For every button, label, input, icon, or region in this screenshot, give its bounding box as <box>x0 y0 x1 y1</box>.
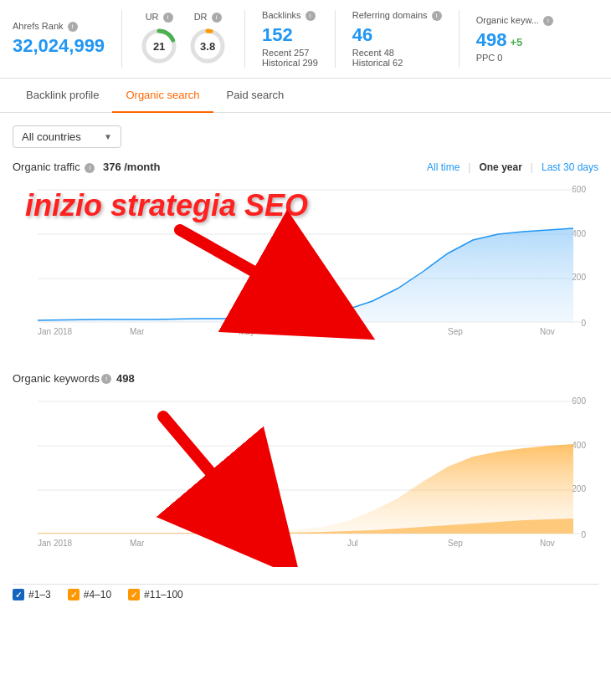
organic-keywords-stat-label: Organic keyw... i <box>476 15 553 26</box>
organic-keywords-stat-value: 498 <box>476 29 507 51</box>
ur-gauge: UR i 21 <box>139 12 179 66</box>
svg-text:Mar: Mar <box>130 327 145 336</box>
svg-text:Sep: Sep <box>448 327 463 336</box>
tab-paid-search[interactable]: Paid search <box>213 79 298 113</box>
backlinks-sub: Recent 257 Historical 299 <box>262 48 318 68</box>
dr-circle: 3.8 <box>187 26 228 66</box>
chart-legend: ✓ #1–3 ✓ #4–10 ✓ #11–100 <box>13 584 598 605</box>
keywords-count: 498 <box>116 372 135 385</box>
organic-keywords-block: Organic keyw... i 498 +5 PPC 0 <box>476 10 570 68</box>
gauge-block: UR i 21 DR i 3.8 <box>139 10 245 68</box>
svg-text:200: 200 <box>572 273 586 282</box>
traffic-area <box>38 228 573 322</box>
traffic-section-header: Organic traffic i 376 /month All time | … <box>13 161 598 173</box>
ur-circle: 21 <box>139 26 179 66</box>
ahrefs-rank-block: Ahrefs Rank i 32,024,999 <box>13 10 122 68</box>
nav-tabs: Backlink profile Organic search Paid sea… <box>0 79 611 113</box>
organic-keywords-ppc: PPC 0 <box>476 53 553 63</box>
ahrefs-rank-value: 32,024,999 <box>13 35 105 57</box>
traffic-chart-svg: 600 400 200 0 Jan 2018 Mar May Jul <box>13 180 598 339</box>
dr-info-icon: i <box>212 13 222 23</box>
svg-line-33 <box>163 416 255 525</box>
legend-check-1-3: ✓ <box>13 589 24 600</box>
keywords-arrow-overlay <box>13 391 598 567</box>
tab-organic-search[interactable]: Organic search <box>112 79 213 113</box>
backlinks-recent: Recent 257 <box>262 48 318 58</box>
legend-check-11-100: ✓ <box>128 589 140 600</box>
time-filter-year[interactable]: One year <box>479 161 521 173</box>
keywords-chart-container: 600 400 200 0 <box>13 391 598 567</box>
referring-domains-block: Referring domains i 46 Recent 48 Histori… <box>352 10 460 68</box>
keywords-section: Organic keywords i 498 600 400 200 0 <box>13 372 598 567</box>
backlinks-historical: Historical 299 <box>262 58 318 68</box>
tab-backlink-profile[interactable]: Backlink profile <box>13 79 112 113</box>
referring-domains-info-icon: i <box>432 11 442 21</box>
svg-text:Jul: Jul <box>347 327 358 336</box>
dr-value: 3.8 <box>200 40 215 53</box>
referring-domains-value: 46 <box>352 24 442 46</box>
dr-label: DR i <box>194 12 222 23</box>
backlinks-label: Backlinks i <box>262 10 318 21</box>
dr-gauge: DR i 3.8 <box>187 12 228 66</box>
ur-value: 21 <box>153 40 165 53</box>
legend-check-4-10: ✓ <box>68 589 80 600</box>
referring-domains-sub: Recent 48 Historical 62 <box>352 48 442 68</box>
time-filter-all[interactable]: All time <box>427 161 460 173</box>
svg-text:Jan 2018: Jan 2018 <box>38 327 73 336</box>
ur-label: UR i <box>146 12 173 23</box>
svg-text:0: 0 <box>581 319 586 328</box>
dropdown-arrow-icon: ▼ <box>104 132 112 141</box>
traffic-title-group: Organic traffic i 376 /month <box>13 161 161 173</box>
country-dropdown[interactable]: All countries ▼ <box>13 125 121 148</box>
referring-domains-label: Referring domains i <box>352 10 442 21</box>
legend-item-4-10: ✓ #4–10 <box>68 589 111 600</box>
ahrefs-rank-info-icon: i <box>68 22 78 32</box>
stats-bar: Ahrefs Rank i 32,024,999 UR i 21 DR i <box>0 0 611 79</box>
ur-info-icon: i <box>163 13 173 23</box>
keywords-info-icon: i <box>101 374 111 384</box>
time-filter-30days[interactable]: Last 30 days <box>542 161 598 173</box>
traffic-title: Organic traffic <box>13 161 80 173</box>
backlinks-value: 152 <box>262 24 318 46</box>
traffic-chart-container: inizio strategia SEO 600 400 200 0 <box>13 180 598 355</box>
legend-item-1-3: ✓ #1–3 <box>13 589 51 600</box>
traffic-value: 376 /month <box>103 161 161 173</box>
country-label: All countries <box>22 130 81 143</box>
main-content: All countries ▼ Organic traffic i 376 /m… <box>0 113 611 617</box>
legend-label-11-100: #11–100 <box>144 589 183 600</box>
svg-text:May: May <box>239 327 254 336</box>
keywords-section-title: Organic keywords <box>13 372 100 385</box>
backlinks-info-icon: i <box>306 11 316 21</box>
time-filters: All time | One year | Last 30 days <box>427 161 598 173</box>
referring-historical: Historical 62 <box>352 58 442 68</box>
keywords-header: Organic keywords i 498 <box>13 372 598 385</box>
referring-recent: Recent 48 <box>352 48 442 58</box>
svg-text:Nov: Nov <box>540 327 555 336</box>
organic-ppc: PPC 0 <box>476 53 553 63</box>
organic-keywords-plus: +5 <box>510 36 522 49</box>
backlinks-block: Backlinks i 152 Recent 257 Historical 29… <box>262 10 336 68</box>
traffic-info-icon: i <box>85 163 95 173</box>
ahrefs-rank-label: Ahrefs Rank i <box>13 21 105 32</box>
legend-label-1-3: #1–3 <box>28 589 51 600</box>
legend-label-4-10: #4–10 <box>84 589 111 600</box>
organic-keywords-info-icon: i <box>543 16 553 26</box>
legend-item-11-100: ✓ #11–100 <box>128 589 183 600</box>
dropdown-row: All countries ▼ <box>13 125 598 148</box>
